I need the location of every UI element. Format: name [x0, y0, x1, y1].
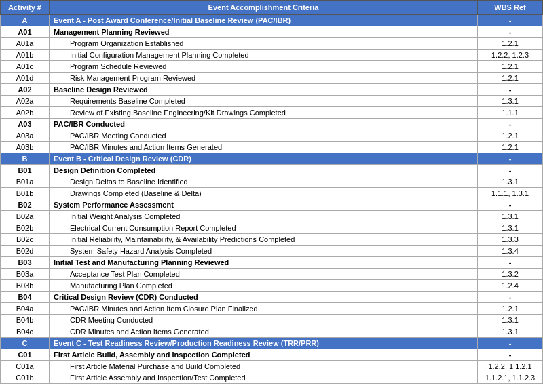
table-row: B01Design Definition Completed-: [1, 165, 543, 176]
activity-id: A01d: [1, 73, 50, 84]
header-event: Event Accomplishment Criteria: [49, 1, 477, 15]
activity-id: B03b: [1, 280, 50, 292]
event-label: First Article Assembly and Inspection/Te…: [49, 372, 477, 384]
table-row: B02System Performance Assessment-: [1, 199, 543, 211]
table-row: B03Initial Test and Manufacturing Planni…: [1, 257, 543, 269]
wbs-ref: 1.1.2.1, 1.1.2.3: [478, 372, 543, 384]
event-label: First Article Build, Assembly and Inspec…: [49, 349, 477, 361]
activity-id: B04a: [1, 303, 50, 315]
table-row: A03bPAC/IBR Minutes and Action Items Gen…: [1, 142, 543, 153]
wbs-ref: -: [478, 119, 543, 130]
table-row: B03bManufacturing Plan Completed1.2.4: [1, 280, 543, 292]
activity-id: A01a: [1, 38, 50, 50]
accomplishment-criteria-table: Activity # Event Accomplishment Criteria…: [0, 0, 543, 384]
activity-id: A01b: [1, 50, 50, 61]
table-row: A01Management Planning Reviewed-: [1, 26, 543, 38]
activity-id: A: [1, 15, 50, 26]
table-row: C01First Article Build, Assembly and Ins…: [1, 349, 543, 361]
table-row: CEvent C - Test Readiness Review/Product…: [1, 338, 543, 349]
event-label: Event B - Critical Design Review (CDR): [49, 153, 477, 165]
wbs-ref: 1.1.1, 1.3.1: [478, 188, 543, 199]
event-label: Acceptance Test Plan Completed: [49, 269, 477, 280]
event-label: PAC/IBR Conducted: [49, 119, 477, 130]
wbs-ref: -: [478, 338, 543, 349]
activity-id: B: [1, 153, 50, 165]
wbs-ref: 1.3.1: [478, 211, 543, 222]
table-row: B04aPAC/IBR Minutes and Action Item Clos…: [1, 303, 543, 315]
event-label: Drawings Completed (Baseline & Delta): [49, 188, 477, 199]
wbs-ref: -: [478, 15, 543, 26]
event-label: System Performance Assessment: [49, 199, 477, 211]
table-row: A02aRequirements Baseline Completed1.3.1: [1, 96, 543, 107]
wbs-ref: -: [478, 199, 543, 211]
table-row: B01aDesign Deltas to Baseline Identified…: [1, 176, 543, 188]
table-row: A01dRisk Management Program Reviewed1.2.…: [1, 73, 543, 84]
table-row: B01bDrawings Completed (Baseline & Delta…: [1, 188, 543, 199]
wbs-ref: -: [478, 165, 543, 176]
event-label: Initial Weight Analysis Completed: [49, 211, 477, 222]
event-label: Critical Design Review (CDR) Conducted: [49, 292, 477, 303]
activity-id: A01c: [1, 61, 50, 73]
wbs-ref: -: [478, 84, 543, 96]
wbs-ref: -: [478, 26, 543, 38]
event-label: Initial Configuration Management Plannin…: [49, 50, 477, 61]
table-row: A03PAC/IBR Conducted-: [1, 119, 543, 130]
wbs-ref: 1.2.1: [478, 38, 543, 50]
activity-id: B03: [1, 257, 50, 269]
activity-id: A03a: [1, 130, 50, 142]
table-row: A01cProgram Schedule Reviewed1.2.1: [1, 61, 543, 73]
activity-id: C01: [1, 349, 50, 361]
event-label: Program Organization Established: [49, 38, 477, 50]
wbs-ref: 1.3.2: [478, 269, 543, 280]
activity-id: C01a: [1, 361, 50, 372]
wbs-ref: 1.2.1: [478, 130, 543, 142]
event-label: Event A - Post Award Conference/Initial …: [49, 15, 477, 26]
wbs-ref: 1.3.1: [478, 222, 543, 234]
table-row: A01aProgram Organization Established1.2.…: [1, 38, 543, 50]
event-label: Design Deltas to Baseline Identified: [49, 176, 477, 188]
wbs-ref: 1.2.1: [478, 142, 543, 153]
table-row: B02dSystem Safety Hazard Analysis Comple…: [1, 246, 543, 257]
activity-id: B04b: [1, 315, 50, 326]
activity-id: C: [1, 338, 50, 349]
event-label: CDR Meeting Conducted: [49, 315, 477, 326]
event-label: Management Planning Reviewed: [49, 26, 477, 38]
wbs-ref: -: [478, 257, 543, 269]
activity-id: B01: [1, 165, 50, 176]
activity-id: A01: [1, 26, 50, 38]
event-label: Electrical Current Consumption Report Co…: [49, 222, 477, 234]
activity-id: A02: [1, 84, 50, 96]
event-label: Baseline Design Reviewed: [49, 84, 477, 96]
wbs-ref: 1.2.4: [478, 280, 543, 292]
event-label: Event C - Test Readiness Review/Producti…: [49, 338, 477, 349]
wbs-ref: 1.2.2, 1.2.3: [478, 50, 543, 61]
activity-id: B01a: [1, 176, 50, 188]
activity-id: A02a: [1, 96, 50, 107]
wbs-ref: -: [478, 153, 543, 165]
table-row: B04cCDR Minutes and Action Items Generat…: [1, 326, 543, 338]
event-label: Manufacturing Plan Completed: [49, 280, 477, 292]
wbs-ref: 1.3.1: [478, 315, 543, 326]
event-label: Risk Management Program Reviewed: [49, 73, 477, 84]
table-row: B02bElectrical Current Consumption Repor…: [1, 222, 543, 234]
wbs-ref: -: [478, 349, 543, 361]
wbs-ref: 1.1.1: [478, 107, 543, 119]
wbs-ref: 1.3.1: [478, 96, 543, 107]
wbs-ref: 1.3.4: [478, 246, 543, 257]
table-row: A03aPAC/IBR Meeting Conducted1.2.1: [1, 130, 543, 142]
header-activity: Activity #: [1, 1, 50, 15]
event-label: PAC/IBR Meeting Conducted: [49, 130, 477, 142]
activity-id: B02c: [1, 234, 50, 246]
table-row: A01bInitial Configuration Management Pla…: [1, 50, 543, 61]
activity-id: A03: [1, 119, 50, 130]
activity-id: B02d: [1, 246, 50, 257]
wbs-ref: 1.2.2, 1.1.2.1: [478, 361, 543, 372]
event-label: System Safety Hazard Analysis Completed: [49, 246, 477, 257]
table-row: C01aFirst Article Material Purchase and …: [1, 361, 543, 372]
table-row: BEvent B - Critical Design Review (CDR)-: [1, 153, 543, 165]
activity-id: B02: [1, 199, 50, 211]
event-label: First Article Material Purchase and Buil…: [49, 361, 477, 372]
table-row: B02aInitial Weight Analysis Completed1.3…: [1, 211, 543, 222]
event-label: Program Schedule Reviewed: [49, 61, 477, 73]
activity-id: B01b: [1, 188, 50, 199]
